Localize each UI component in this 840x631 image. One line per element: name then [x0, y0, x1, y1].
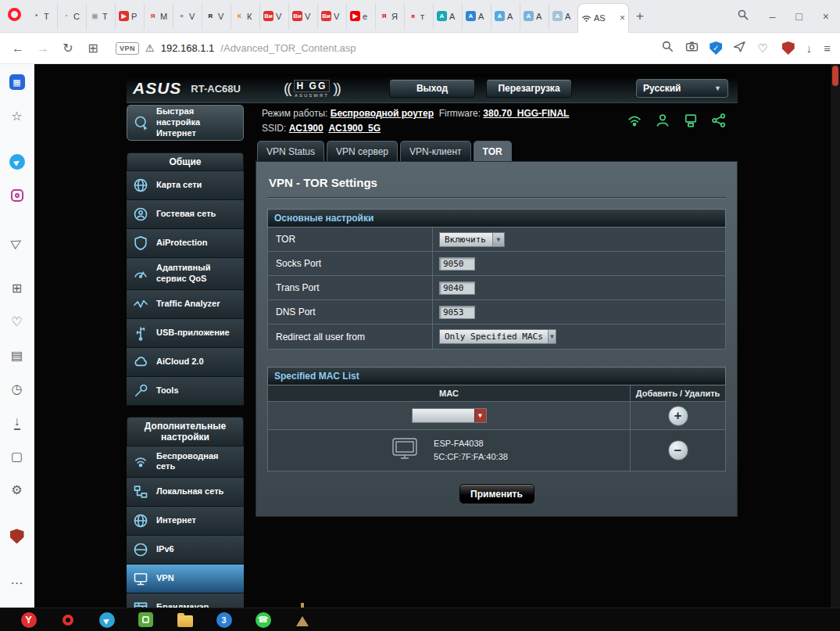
security-warning-icon[interactable]: ⚠: [145, 42, 155, 54]
add-mac-button[interactable]: +: [668, 406, 688, 426]
maximize-button[interactable]: □: [795, 10, 802, 23]
nav-item-wan[interactable]: Интернет: [127, 507, 244, 536]
telegram-button[interactable]: ▶: [8, 153, 27, 170]
vpn-badge[interactable]: VPN: [116, 42, 139, 55]
bookmark-heart-icon[interactable]: ♡: [757, 41, 767, 56]
tab[interactable]: AА: [462, 3, 491, 30]
tab-tor[interactable]: TOR: [474, 141, 512, 161]
remove-mac-button[interactable]: −: [668, 440, 688, 461]
socks-port-input[interactable]: 9050: [439, 257, 475, 271]
tab-vpn-server[interactable]: VPN сервер: [327, 141, 398, 161]
tab[interactable]: ВиV: [317, 3, 346, 30]
usb-status-icon[interactable]: [683, 113, 699, 131]
search-icon[interactable]: [737, 9, 749, 23]
tab[interactable]: *Т: [28, 3, 57, 30]
tab[interactable]: ят: [404, 3, 433, 30]
badge-app-icon[interactable]: 3: [216, 611, 232, 628]
tab[interactable]: ▶Р: [115, 3, 144, 30]
forward-button[interactable]: →: [34, 41, 52, 56]
ssid-24-link[interactable]: AC1900: [289, 123, 323, 134]
firmware-value-link[interactable]: 380.70_HGG-FINAL: [483, 108, 569, 119]
ssid-5-link[interactable]: AC1900_5G: [328, 123, 381, 134]
ublock-icon[interactable]: [782, 41, 795, 55]
my-flow-button[interactable]: ▷: [8, 233, 27, 250]
nav-item-traffic-analyzer[interactable]: Traffic Analyzer: [127, 290, 244, 319]
quick-setup-button[interactable]: Быстрая настройка Интернет: [127, 105, 244, 141]
tab[interactable]: AА: [520, 3, 549, 30]
tab[interactable]: ▶е: [346, 3, 375, 30]
nav-item-ipv6[interactable]: IPv6: [127, 536, 244, 565]
tab[interactable]: «V: [173, 3, 202, 30]
green-app-icon[interactable]: [138, 611, 154, 628]
close-button[interactable]: ×: [823, 10, 829, 23]
nav-item-aicloud[interactable]: AiCloud 2.0: [127, 348, 244, 377]
history-button[interactable]: ◷: [8, 381, 27, 398]
tor-enable-select[interactable]: Включить ▼: [439, 232, 505, 247]
bookmarks-button[interactable]: ☆: [8, 107, 27, 124]
instagram-button[interactable]: [8, 187, 27, 204]
tab[interactable]: ◔С: [57, 3, 86, 30]
settings-button[interactable]: ⚙: [8, 482, 27, 499]
tab[interactable]: ЯЯ: [375, 3, 404, 30]
nav-item-lan[interactable]: Локальная сеть: [127, 478, 244, 507]
client-mac-select[interactable]: ▼: [412, 408, 487, 423]
yandex-browser-icon[interactable]: Y: [20, 611, 37, 628]
snapshot-camera-icon[interactable]: [685, 40, 699, 56]
redirect-mode-select[interactable]: Only Specified MACs ▼: [439, 329, 556, 344]
tab[interactable]: AА: [433, 3, 462, 30]
scrollbar-thumb[interactable]: [832, 66, 838, 86]
protect-shield-icon[interactable]: ✓: [710, 41, 722, 55]
nav-item-tools[interactable]: Tools: [127, 377, 244, 406]
tab[interactable]: RV: [202, 3, 231, 30]
language-select[interactable]: Русский ▼: [636, 79, 728, 98]
extensions-button[interactable]: ▢: [8, 448, 27, 465]
apply-button[interactable]: Применить: [459, 484, 534, 504]
nav-item-vpn[interactable]: VPN: [127, 565, 244, 593]
tab-vpn-client[interactable]: VPN-клиент: [400, 141, 471, 161]
start-page-button[interactable]: ▦: [8, 73, 27, 91]
logout-button[interactable]: Выход: [389, 79, 475, 98]
nav-item-guest-network[interactable]: Гостевая сеть: [127, 200, 244, 229]
whatsapp-icon[interactable]: ☎: [255, 611, 271, 628]
reload-button[interactable]: ↻: [59, 41, 77, 56]
url-field[interactable]: VPN ⚠ 192.168.1.1/Advanced_TOR_Content.a…: [109, 37, 774, 60]
opera-menu-button[interactable]: [6, 8, 28, 24]
tab-active[interactable]: AS ×: [577, 3, 629, 33]
opera-taskbar-icon[interactable]: [59, 611, 76, 628]
tab-vpn-status[interactable]: VPN Status: [257, 141, 324, 161]
tab[interactable]: AА: [549, 3, 577, 30]
personal-news-button[interactable]: ♡: [8, 313, 27, 330]
back-button[interactable]: ←: [9, 41, 27, 56]
nav-item-qos[interactable]: Адаптивный сервис QoS: [127, 258, 244, 290]
tab[interactable]: AА: [491, 3, 520, 30]
tab[interactable]: ▣Т: [86, 3, 115, 30]
clients-status-icon[interactable]: [655, 113, 670, 131]
new-tab-button[interactable]: +: [629, 9, 651, 24]
downloads-button[interactable]: ↓: [8, 414, 27, 432]
telegram-taskbar-icon[interactable]: ▶: [98, 611, 115, 628]
ublock-sidebar-button[interactable]: [8, 528, 27, 545]
speed-dial-icon[interactable]: ⊞: [84, 41, 102, 56]
mode-value-link[interactable]: Беспроводной роутер: [331, 108, 434, 119]
nav-item-usb-application[interactable]: USB-приложение: [127, 319, 244, 348]
nav-item-aiprotection[interactable]: AiProtection: [127, 229, 244, 258]
zoom-search-icon[interactable]: [661, 40, 674, 56]
my-flow-icon[interactable]: [733, 40, 746, 56]
downloads-icon[interactable]: ↓: [806, 41, 813, 55]
nav-item-wireless[interactable]: Беспроводная сеть: [127, 446, 244, 479]
wifi-status-icon[interactable]: [627, 113, 642, 131]
flask-app-icon[interactable]: [294, 611, 310, 628]
tab[interactable]: ВиV: [288, 3, 317, 30]
minimize-button[interactable]: –: [770, 10, 776, 23]
share-status-icon[interactable]: [711, 113, 727, 131]
news-feed-button[interactable]: ▤: [8, 347, 27, 364]
sidebar-panel-toggle-icon[interactable]: ≡: [824, 41, 831, 55]
dns-port-input[interactable]: 9053: [439, 306, 475, 319]
workspaces-button[interactable]: ⊞: [8, 279, 27, 296]
sidebar-setup-button[interactable]: ⋯: [8, 574, 27, 591]
tab[interactable]: КК: [231, 3, 259, 30]
trans-port-input[interactable]: 9040: [439, 281, 475, 295]
tab-close-button[interactable]: ×: [620, 13, 625, 23]
reboot-button[interactable]: Перезагрузка: [486, 79, 572, 98]
nav-item-network-map[interactable]: Карта сети: [127, 171, 244, 200]
